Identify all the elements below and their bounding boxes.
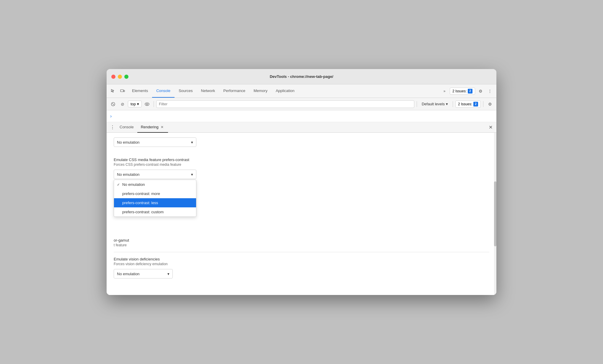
top-emulation-dropdown-row: No emulation ▾ (114, 137, 489, 147)
console-prompt-area: › (107, 110, 496, 122)
close-button[interactable] (111, 75, 115, 79)
toolbar-icons-left (109, 84, 127, 98)
chevron-down-icon: ▾ (191, 140, 193, 145)
chevron-down-icon: ▾ (446, 102, 448, 106)
vision-section-label: Emulate vision deficiencies (114, 257, 489, 261)
option-no-emulation[interactable]: No emulation (114, 180, 196, 189)
svg-point-4 (145, 103, 149, 106)
tab-memory[interactable]: Memory (250, 84, 272, 98)
tab-bar: Elements Console Sources Network Perform… (107, 84, 496, 98)
top-emulation-dropdown[interactable]: No emulation ▾ (114, 137, 196, 147)
panel-tab-bar: ⋮ Console Rendering ✕ ✕ (107, 122, 496, 133)
option-prefers-more[interactable]: prefers-contrast: more (114, 189, 196, 198)
contrast-dropdown-wrapper: No emulation ▾ No emulation prefers-cont… (114, 170, 196, 179)
tab-elements[interactable]: Elements (128, 84, 152, 98)
inspect-icon[interactable] (109, 87, 117, 95)
tab-performance[interactable]: Performance (219, 84, 249, 98)
tab-network[interactable]: Network (197, 84, 219, 98)
console-settings-icon[interactable]: ⚙ (486, 100, 494, 108)
scrollbar-track[interactable] (494, 133, 496, 295)
maximize-button[interactable] (124, 75, 128, 79)
close-rendering-tab-icon[interactable]: ✕ (160, 125, 164, 129)
svg-line-3 (112, 103, 114, 105)
tab-application[interactable]: Application (272, 84, 299, 98)
rendering-content: No emulation ▾ Emulate CSS media feature… (107, 133, 496, 295)
section-divider (114, 252, 489, 252)
block-icon[interactable]: ⊘ (118, 100, 127, 108)
traffic-lights (111, 75, 128, 79)
eye-icon[interactable] (143, 100, 151, 108)
chevron-down-icon: ▾ (191, 172, 193, 177)
option-prefers-custom[interactable]: prefers-contrast: custom (114, 207, 196, 217)
contrast-dropdown[interactable]: No emulation ▾ (114, 170, 196, 179)
vision-section: Emulate vision deficiencies Forces visio… (114, 257, 489, 278)
svg-rect-1 (124, 90, 125, 92)
more-options-icon[interactable]: ⋮ (486, 87, 494, 95)
issues-badge[interactable]: 2 Issues: 2 (450, 88, 475, 95)
tab-sources[interactable]: Sources (175, 84, 197, 98)
close-panel-icon[interactable]: ✕ (487, 124, 494, 131)
tab-console[interactable]: Console (152, 84, 175, 98)
svg-rect-0 (120, 90, 123, 92)
option-prefers-less[interactable]: prefers-contrast: less (114, 198, 196, 207)
panel-more-options-icon[interactable]: ⋮ (109, 124, 116, 131)
main-tabs: Elements Console Sources Network Perform… (128, 84, 440, 98)
window-title: DevTools - chrome://new-tab-page/ (270, 74, 333, 79)
default-levels-selector[interactable]: Default levels ▾ (419, 101, 450, 107)
panel-tab-rendering[interactable]: Rendering ✕ (137, 122, 168, 133)
vision-section-desc: Forces vision deficiency emulation (114, 262, 489, 266)
panel-tab-console[interactable]: Console (116, 122, 137, 133)
chevron-down-icon: ▾ (167, 272, 170, 276)
spacer-1 (114, 150, 489, 158)
gamut-partial-desc: t feature (114, 243, 127, 247)
scrollbar-thumb[interactable] (494, 181, 496, 246)
issues-count-icon: 2 (473, 102, 478, 106)
toolbar-icons-right: » 2 Issues: 2 ⚙ ⋮ (440, 84, 496, 98)
more-tabs-button[interactable]: » (440, 87, 449, 95)
issues-icon: 2 (468, 89, 472, 94)
separator-2 (417, 101, 417, 107)
top-context-selector[interactable]: top ▾ (128, 101, 142, 107)
gamut-section: or-gamut t feature (114, 238, 489, 247)
contrast-section-desc: Forces CSS prefers-contrast media featur… (114, 163, 489, 167)
prompt-arrow-icon[interactable]: › (110, 114, 112, 119)
title-bar: DevTools - chrome://new-tab-page/ (107, 69, 496, 84)
gamut-partial-label: or-gamut (114, 238, 129, 242)
devtools-window: DevTools - chrome://new-tab-page/ Elemen… (107, 69, 496, 295)
svg-point-5 (146, 103, 148, 105)
vision-dropdown[interactable]: No emulation ▾ (114, 269, 173, 278)
clear-console-icon[interactable] (109, 100, 117, 108)
separator-1 (154, 101, 154, 107)
contrast-dropdown-menu: No emulation prefers-contrast: more pref… (114, 180, 196, 217)
separator-4 (483, 101, 483, 107)
settings-icon[interactable]: ⚙ (476, 87, 485, 95)
device-toolbar-icon[interactable] (118, 87, 127, 95)
minimize-button[interactable] (118, 75, 122, 79)
separator-3 (453, 101, 453, 107)
issues-count-badge[interactable]: 2 Issues: 2 (455, 101, 481, 108)
filter-input[interactable] (156, 100, 414, 108)
console-toolbar: ⊘ top ▾ Default levels ▾ 2 Issues: 2 ⚙ (107, 98, 496, 110)
chevron-down-icon: ▾ (137, 102, 139, 106)
contrast-section-label: Emulate CSS media feature prefers-contra… (114, 158, 489, 162)
